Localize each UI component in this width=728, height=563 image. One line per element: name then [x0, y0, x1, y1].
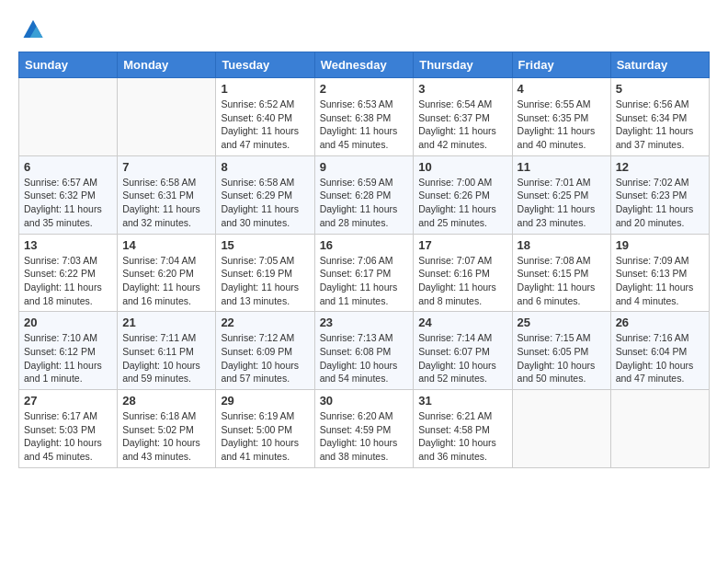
day-detail: Sunrise: 7:07 AM Sunset: 6:16 PM Dayligh… [418, 254, 506, 308]
weekday-header: Wednesday [314, 52, 414, 78]
day-detail: Sunrise: 6:58 AM Sunset: 6:29 PM Dayligh… [221, 176, 309, 230]
day-number: 6 [24, 160, 112, 174]
weekday-header: Friday [512, 52, 610, 78]
day-detail: Sunrise: 6:53 AM Sunset: 6:38 PM Dayligh… [320, 98, 409, 152]
weekday-header: Thursday [414, 52, 512, 78]
calendar-week-row: 6Sunrise: 6:57 AM Sunset: 6:32 PM Daylig… [19, 155, 710, 234]
day-number: 4 [518, 82, 606, 96]
day-number: 24 [418, 316, 506, 329]
day-detail: Sunrise: 7:13 AM Sunset: 6:08 PM Dayligh… [320, 331, 409, 385]
day-detail: Sunrise: 7:16 AM Sunset: 6:04 PM Dayligh… [616, 331, 704, 385]
calendar-cell [610, 390, 709, 468]
day-number: 15 [221, 238, 309, 252]
day-detail: Sunrise: 6:17 AM Sunset: 5:03 PM Dayligh… [24, 409, 112, 464]
calendar-cell: 30Sunrise: 6:20 AM Sunset: 4:59 PM Dayli… [314, 390, 414, 468]
day-detail: Sunrise: 6:55 AM Sunset: 6:35 PM Dayligh… [518, 98, 606, 152]
day-number: 18 [518, 238, 606, 252]
day-detail: Sunrise: 6:52 AM Sunset: 6:40 PM Dayligh… [221, 98, 309, 152]
logo [18, 18, 46, 44]
day-detail: Sunrise: 7:03 AM Sunset: 6:22 PM Dayligh… [24, 254, 112, 308]
day-number: 28 [122, 394, 210, 408]
day-number: 23 [320, 316, 409, 329]
day-number: 19 [616, 238, 704, 252]
calendar-cell: 16Sunrise: 7:06 AM Sunset: 6:17 PM Dayli… [314, 234, 414, 312]
day-detail: Sunrise: 7:10 AM Sunset: 6:12 PM Dayligh… [24, 331, 112, 385]
day-number: 13 [24, 238, 112, 252]
day-number: 11 [518, 160, 606, 174]
calendar-cell: 13Sunrise: 7:03 AM Sunset: 6:22 PM Dayli… [19, 234, 118, 312]
calendar-cell [512, 390, 610, 468]
day-detail: Sunrise: 6:56 AM Sunset: 6:34 PM Dayligh… [616, 98, 704, 152]
day-number: 5 [616, 82, 704, 96]
day-detail: Sunrise: 6:21 AM Sunset: 4:58 PM Dayligh… [418, 409, 506, 464]
calendar-cell: 15Sunrise: 7:05 AM Sunset: 6:19 PM Dayli… [216, 234, 314, 312]
calendar-cell: 14Sunrise: 7:04 AM Sunset: 6:20 PM Dayli… [118, 234, 216, 312]
calendar-cell: 12Sunrise: 7:02 AM Sunset: 6:23 PM Dayli… [610, 155, 709, 234]
day-detail: Sunrise: 7:14 AM Sunset: 6:07 PM Dayligh… [418, 331, 506, 385]
calendar-cell: 20Sunrise: 7:10 AM Sunset: 6:12 PM Dayli… [19, 312, 118, 390]
calendar-week-row: 20Sunrise: 7:10 AM Sunset: 6:12 PM Dayli… [19, 312, 710, 390]
calendar-cell: 29Sunrise: 6:19 AM Sunset: 5:00 PM Dayli… [216, 390, 314, 468]
calendar-cell: 4Sunrise: 6:55 AM Sunset: 6:35 PM Daylig… [512, 78, 610, 156]
day-detail: Sunrise: 6:58 AM Sunset: 6:31 PM Dayligh… [122, 176, 210, 230]
calendar-cell: 1Sunrise: 6:52 AM Sunset: 6:40 PM Daylig… [216, 78, 314, 156]
day-number: 30 [320, 394, 409, 408]
day-number: 31 [418, 394, 506, 408]
calendar-cell: 27Sunrise: 6:17 AM Sunset: 5:03 PM Dayli… [19, 390, 118, 468]
day-number: 21 [122, 316, 210, 329]
calendar-cell: 22Sunrise: 7:12 AM Sunset: 6:09 PM Dayli… [216, 312, 314, 390]
calendar-cell: 2Sunrise: 6:53 AM Sunset: 6:38 PM Daylig… [314, 78, 414, 156]
day-detail: Sunrise: 7:08 AM Sunset: 6:15 PM Dayligh… [518, 254, 606, 308]
calendar-cell: 8Sunrise: 6:58 AM Sunset: 6:29 PM Daylig… [216, 155, 314, 234]
calendar-cell: 19Sunrise: 7:09 AM Sunset: 6:13 PM Dayli… [610, 234, 709, 312]
day-detail: Sunrise: 7:00 AM Sunset: 6:26 PM Dayligh… [418, 176, 506, 230]
weekday-header: Sunday [19, 52, 118, 78]
calendar-cell: 18Sunrise: 7:08 AM Sunset: 6:15 PM Dayli… [512, 234, 610, 312]
weekday-header: Saturday [610, 52, 709, 78]
calendar-cell: 26Sunrise: 7:16 AM Sunset: 6:04 PM Dayli… [610, 312, 709, 390]
calendar-week-row: 13Sunrise: 7:03 AM Sunset: 6:22 PM Dayli… [19, 234, 710, 312]
calendar-table: SundayMondayTuesdayWednesdayThursdayFrid… [18, 52, 710, 468]
day-number: 29 [221, 394, 309, 408]
calendar-cell [118, 78, 216, 156]
calendar-cell: 3Sunrise: 6:54 AM Sunset: 6:37 PM Daylig… [414, 78, 512, 156]
day-detail: Sunrise: 7:05 AM Sunset: 6:19 PM Dayligh… [221, 254, 309, 308]
day-detail: Sunrise: 6:57 AM Sunset: 6:32 PM Dayligh… [24, 176, 112, 230]
day-detail: Sunrise: 7:15 AM Sunset: 6:05 PM Dayligh… [518, 331, 606, 385]
day-number: 7 [122, 160, 210, 174]
day-number: 16 [320, 238, 409, 252]
day-detail: Sunrise: 6:18 AM Sunset: 5:02 PM Dayligh… [122, 409, 210, 464]
calendar-header-row: SundayMondayTuesdayWednesdayThursdayFrid… [19, 52, 710, 78]
day-detail: Sunrise: 6:59 AM Sunset: 6:28 PM Dayligh… [320, 176, 409, 230]
day-detail: Sunrise: 7:01 AM Sunset: 6:25 PM Dayligh… [518, 176, 606, 230]
day-detail: Sunrise: 6:19 AM Sunset: 5:00 PM Dayligh… [221, 409, 309, 464]
calendar-week-row: 1Sunrise: 6:52 AM Sunset: 6:40 PM Daylig… [19, 78, 710, 156]
page-header [18, 18, 710, 44]
calendar-cell [19, 78, 118, 156]
day-number: 17 [418, 238, 506, 252]
day-detail: Sunrise: 7:12 AM Sunset: 6:09 PM Dayligh… [221, 331, 309, 385]
calendar-cell: 31Sunrise: 6:21 AM Sunset: 4:58 PM Dayli… [414, 390, 512, 468]
calendar-cell: 6Sunrise: 6:57 AM Sunset: 6:32 PM Daylig… [19, 155, 118, 234]
day-number: 22 [221, 316, 309, 329]
calendar-cell: 7Sunrise: 6:58 AM Sunset: 6:31 PM Daylig… [118, 155, 216, 234]
calendar-cell: 10Sunrise: 7:00 AM Sunset: 6:26 PM Dayli… [414, 155, 512, 234]
calendar-cell: 17Sunrise: 7:07 AM Sunset: 6:16 PM Dayli… [414, 234, 512, 312]
day-number: 8 [221, 160, 309, 174]
calendar-cell: 5Sunrise: 6:56 AM Sunset: 6:34 PM Daylig… [610, 78, 709, 156]
day-number: 3 [418, 82, 506, 96]
calendar-cell: 21Sunrise: 7:11 AM Sunset: 6:11 PM Dayli… [118, 312, 216, 390]
calendar-cell: 25Sunrise: 7:15 AM Sunset: 6:05 PM Dayli… [512, 312, 610, 390]
day-detail: Sunrise: 7:02 AM Sunset: 6:23 PM Dayligh… [616, 176, 704, 230]
logo-icon [20, 18, 46, 44]
calendar-cell: 24Sunrise: 7:14 AM Sunset: 6:07 PM Dayli… [414, 312, 512, 390]
day-detail: Sunrise: 7:11 AM Sunset: 6:11 PM Dayligh… [122, 331, 210, 385]
day-number: 12 [616, 160, 704, 174]
day-number: 9 [320, 160, 409, 174]
day-number: 10 [418, 160, 506, 174]
day-number: 2 [320, 82, 409, 96]
calendar-cell: 28Sunrise: 6:18 AM Sunset: 5:02 PM Dayli… [118, 390, 216, 468]
calendar-cell: 9Sunrise: 6:59 AM Sunset: 6:28 PM Daylig… [314, 155, 414, 234]
calendar-cell: 23Sunrise: 7:13 AM Sunset: 6:08 PM Dayli… [314, 312, 414, 390]
day-number: 1 [221, 82, 309, 96]
